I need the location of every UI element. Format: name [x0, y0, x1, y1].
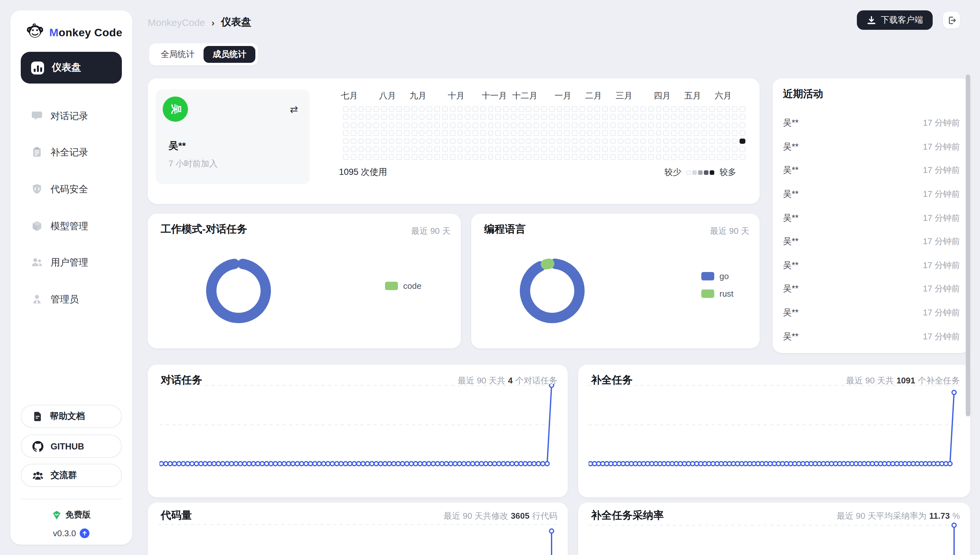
heatmap-month-label: 九月: [410, 90, 426, 102]
heatmap-cell: [450, 130, 455, 136]
heatmap-cell: [694, 154, 700, 160]
heatmap-cell: [351, 130, 356, 136]
download-client-button[interactable]: 下载客户端: [857, 10, 933, 30]
heatmap-cell: [511, 138, 517, 144]
language-donut: [515, 253, 590, 328]
heatmap-cell: [640, 146, 646, 152]
heatmap-cell: [679, 154, 684, 160]
heatmap-cell: [572, 146, 578, 152]
chart-subtitle: 最近 90 天平均采纳率为11.73%: [837, 510, 960, 522]
breadcrumb-root[interactable]: MonkeyCode: [148, 17, 205, 28]
member-name: 吴**: [169, 140, 186, 152]
sidebar-item-user-management[interactable]: 用户管理: [21, 251, 122, 273]
heatmap-cell: [389, 130, 394, 136]
recent-time: 17 分钟前: [923, 165, 960, 176]
community-group-button[interactable]: 交流群: [21, 464, 122, 487]
heatmap-cell: [617, 138, 623, 144]
heatmap-cell: [358, 154, 364, 160]
app-logo: Monkey Code: [26, 22, 122, 43]
heatmap-cell: [381, 146, 387, 152]
heatmap-cell: [724, 106, 730, 112]
sidebar-item-code-security[interactable]: 代码安全: [21, 178, 122, 200]
edition-label: 免费版: [66, 509, 91, 521]
chart-period: 最近 90 天: [411, 225, 451, 237]
heatmap-cell: [534, 114, 539, 120]
heatmap-cell: [419, 122, 425, 128]
heatmap-cell: [351, 122, 356, 128]
sidebar-item-completion-history[interactable]: 补全记录: [21, 141, 122, 163]
heatmap-cell: [549, 130, 555, 136]
update-icon[interactable]: [80, 528, 89, 538]
side-button-label: 帮助文档: [50, 411, 85, 422]
heatmap-cell: [640, 114, 646, 120]
heatmap-cell: [534, 106, 539, 112]
heatmap-cell: [389, 154, 394, 160]
heatmap-cell: [503, 154, 509, 160]
heatmap-cell: [587, 154, 593, 160]
github-button[interactable]: GITHUB: [21, 435, 122, 458]
heatmap-cell: [480, 114, 486, 120]
heatmap-cell: [351, 138, 356, 144]
legend-item[interactable]: rust: [701, 286, 734, 300]
heatmap-cell: [625, 114, 631, 120]
heatmap-cell: [373, 106, 379, 112]
heatmap-cell: [412, 130, 417, 136]
member-tile[interactable]: 吴 ⇄ 吴** 7 小时前加入: [156, 89, 310, 184]
heatmap-cell: [557, 106, 562, 112]
heatmap-cell: [518, 146, 524, 152]
recent-user-name: 吴**: [783, 117, 798, 129]
logout-button[interactable]: [943, 12, 960, 29]
heatmap-cell: [488, 122, 494, 128]
sidebar-item-label: 补全记录: [51, 146, 88, 158]
heatmap-cell: [434, 154, 440, 160]
heatmap-cell: [450, 146, 455, 152]
sidebar-item-label: 仪表盘: [52, 61, 81, 74]
heatmap-cell: [457, 122, 463, 128]
heatmap-cell: [518, 106, 524, 112]
heatmap-cell: [732, 154, 738, 160]
heatmap-cell: [617, 130, 623, 136]
heatmap-cell: [610, 138, 616, 144]
heatmap-cell: [541, 154, 547, 160]
heatmap-cell: [686, 130, 692, 136]
legend-item[interactable]: code: [385, 279, 421, 293]
swap-member-icon[interactable]: ⇄: [290, 104, 298, 115]
sidebar-item-model-management[interactable]: 模型管理: [21, 215, 122, 237]
legend-item[interactable]: go: [701, 269, 734, 283]
heatmap-cell: [579, 114, 585, 120]
heatmap-cell: [434, 138, 440, 144]
help-docs-button[interactable]: 帮助文档: [21, 405, 122, 428]
heatmap-cell: [419, 106, 425, 112]
heatmap-cell: [617, 146, 623, 152]
heatmap-cell: [480, 106, 486, 112]
tab-global-stats[interactable]: 全局统计: [152, 46, 204, 63]
side-button-label: GITHUB: [51, 441, 84, 451]
heatmap-cell: [640, 106, 646, 112]
legend-level-cell: [710, 170, 714, 175]
tab-member-stats[interactable]: 成员统计: [204, 46, 255, 63]
heatmap-month-label: 十月: [448, 90, 465, 102]
heatmap-cell: [496, 138, 501, 144]
heatmap-cell: [488, 106, 494, 112]
heatmap-cell: [541, 106, 547, 112]
heatmap-cell: [633, 154, 639, 160]
heatmap-cell: [671, 138, 677, 144]
scrollbar-thumb[interactable]: [966, 74, 970, 416]
heatmap-cell: [602, 114, 608, 120]
heatmap-cell: [671, 122, 677, 128]
heatmap-month-label: 八月: [379, 90, 396, 102]
heatmap-cell: [694, 114, 700, 120]
recent-activity-row: 吴**17 分钟前: [772, 277, 970, 301]
chat-icon: [31, 110, 43, 122]
sidebar-item-chat-history[interactable]: 对话记录: [21, 105, 122, 127]
heatmap-cell: [709, 122, 715, 128]
heatmap-cell: [442, 146, 448, 152]
heatmap-cell: [595, 106, 600, 112]
sidebar-item-dashboard[interactable]: 仪表盘: [21, 52, 122, 83]
sidebar-item-admin[interactable]: 管理员: [21, 288, 122, 310]
heatmap-cell: [366, 138, 372, 144]
heatmap-cell: [404, 114, 410, 120]
group-icon: [32, 470, 43, 481]
heatmap-cell: [366, 154, 372, 160]
heatmap-cell: [442, 122, 448, 128]
